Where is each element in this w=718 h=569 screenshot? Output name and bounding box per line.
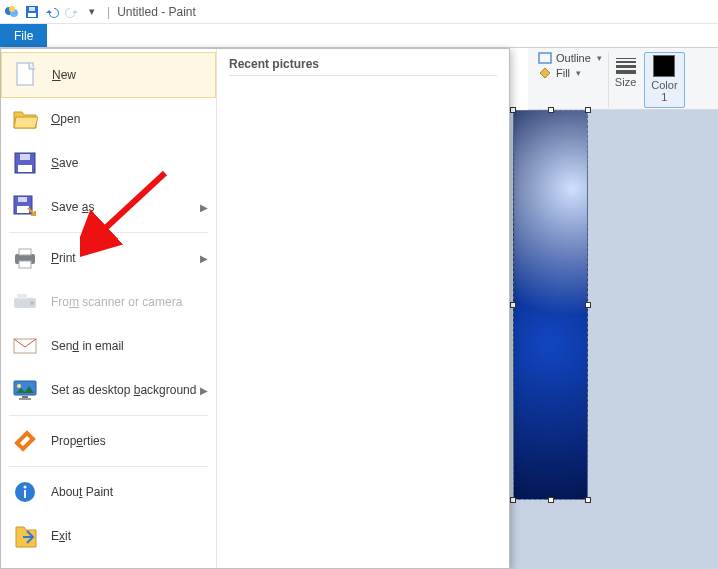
qat-customize-icon[interactable]: ▾ <box>84 4 100 20</box>
svg-rect-18 <box>17 294 27 299</box>
menu-separator <box>9 466 208 467</box>
menu-item-wallpaper[interactable]: Set as desktop background ▶ <box>1 368 216 412</box>
outline-icon <box>538 52 552 64</box>
outline-button[interactable]: Outline▾ <box>534 52 606 64</box>
file-tab[interactable]: File <box>0 24 47 47</box>
outline-label: Outline <box>556 52 591 64</box>
properties-icon <box>11 427 39 455</box>
color1-label: Color 1 <box>651 79 677 103</box>
resize-handle[interactable] <box>585 302 591 308</box>
menu-item-print[interactable]: Print ▶ <box>1 236 216 280</box>
svg-rect-15 <box>19 249 31 255</box>
app-icon <box>4 4 20 20</box>
svg-rect-26 <box>24 490 26 498</box>
menu-label: Exit <box>51 529 71 543</box>
exit-icon <box>11 522 39 550</box>
svg-rect-10 <box>20 154 30 160</box>
menu-item-save-as[interactable]: Save as ▶ <box>1 185 216 229</box>
menu-item-scanner: From scanner or camera <box>1 280 216 324</box>
submenu-arrow-icon: ▶ <box>200 253 208 264</box>
menu-label: Save <box>51 156 78 170</box>
color1-group[interactable]: Color 1 <box>644 52 684 108</box>
recent-pictures-header: Recent pictures <box>229 57 497 76</box>
open-folder-icon <box>11 105 39 133</box>
resize-handle[interactable] <box>510 107 516 113</box>
menu-label: About Paint <box>51 485 113 499</box>
resize-handle[interactable] <box>585 107 591 113</box>
svg-point-2 <box>9 6 15 12</box>
window-title: Untitled - Paint <box>117 5 196 19</box>
svg-rect-5 <box>29 7 35 11</box>
menu-item-email[interactable]: Send in email <box>1 324 216 368</box>
svg-point-19 <box>30 301 34 305</box>
svg-rect-13 <box>18 197 27 202</box>
desktop-icon <box>11 376 39 404</box>
menu-separator <box>9 415 208 416</box>
menu-label: Open <box>51 112 80 126</box>
qat-save-icon[interactable] <box>24 4 40 20</box>
svg-point-24 <box>17 384 21 388</box>
fill-label: Fill <box>556 67 570 79</box>
info-icon <box>11 478 39 506</box>
menu-label: Send in email <box>51 339 124 353</box>
menu-label: Print <box>51 251 76 265</box>
recent-pictures-panel: Recent pictures <box>217 49 509 568</box>
color1-swatch <box>653 55 675 77</box>
ribbon-fragment: Outline▾ Fill▾ Size Color 1 <box>528 48 718 110</box>
resize-handle[interactable] <box>510 497 516 503</box>
submenu-arrow-icon: ▶ <box>200 385 208 396</box>
qat-redo-icon[interactable] <box>64 4 80 20</box>
selected-image[interactable] <box>513 110 588 500</box>
size-label: Size <box>615 76 636 88</box>
menu-label: Properties <box>51 434 106 448</box>
menu-item-about[interactable]: About Paint <box>1 470 216 514</box>
menu-item-exit[interactable]: Exit <box>1 514 216 558</box>
svg-rect-22 <box>22 396 28 398</box>
resize-handle[interactable] <box>510 302 516 308</box>
resize-handle[interactable] <box>548 497 554 503</box>
file-menu-items: New Open Save Save as ▶ <box>1 49 217 568</box>
qat-undo-icon[interactable] <box>44 4 60 20</box>
scanner-icon <box>11 288 39 316</box>
size-group[interactable]: Size <box>608 52 642 108</box>
menu-separator <box>9 232 208 233</box>
svg-point-27 <box>24 486 27 489</box>
title-bar: ▾ | Untitled - Paint <box>0 0 718 24</box>
menu-item-properties[interactable]: Properties <box>1 419 216 463</box>
menu-item-save[interactable]: Save <box>1 141 216 185</box>
fill-icon <box>538 67 552 79</box>
svg-rect-16 <box>19 261 31 268</box>
separator: | <box>107 5 110 19</box>
size-icon <box>616 58 636 74</box>
save-as-icon <box>11 193 39 221</box>
svg-rect-23 <box>19 398 31 400</box>
submenu-arrow-icon: ▶ <box>200 202 208 213</box>
resize-handle[interactable] <box>585 497 591 503</box>
svg-rect-6 <box>539 53 551 63</box>
tab-strip: File <box>0 24 718 48</box>
file-menu: New Open Save Save as ▶ <box>0 48 510 569</box>
menu-label: Save as <box>51 200 94 214</box>
svg-rect-12 <box>17 206 29 213</box>
menu-label: New <box>52 68 76 82</box>
menu-item-open[interactable]: Open <box>1 97 216 141</box>
menu-label: From scanner or camera <box>51 295 182 309</box>
menu-label: Set as desktop background <box>51 383 196 397</box>
svg-rect-4 <box>28 13 36 17</box>
fill-button[interactable]: Fill▾ <box>534 67 606 79</box>
workspace: Outline▾ Fill▾ Size Color 1 <box>0 48 718 569</box>
email-icon <box>11 332 39 360</box>
menu-item-new[interactable]: New <box>1 52 216 98</box>
print-icon <box>11 244 39 272</box>
new-file-icon <box>12 61 40 89</box>
resize-handle[interactable] <box>548 107 554 113</box>
svg-rect-9 <box>18 165 32 172</box>
save-icon <box>11 149 39 177</box>
